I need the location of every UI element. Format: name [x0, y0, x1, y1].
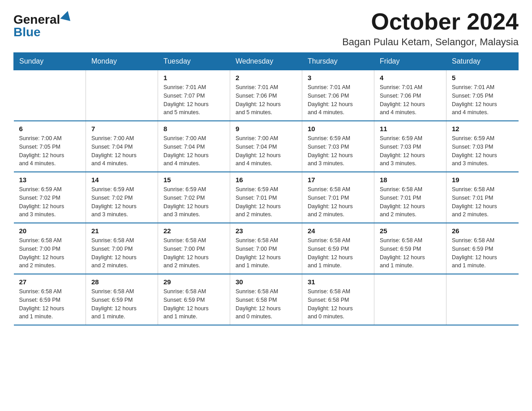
- day-number: 17: [308, 176, 369, 184]
- day-cell: 7Sunrise: 7:00 AM Sunset: 7:04 PM Daylig…: [86, 121, 158, 172]
- day-number: 4: [380, 74, 441, 81]
- week-row-5: 27Sunrise: 6:58 AM Sunset: 6:59 PM Dayli…: [14, 274, 519, 325]
- calendar-header: SundayMondayTuesdayWednesdayThursdayFrid…: [14, 53, 519, 70]
- day-number: 23: [236, 227, 296, 235]
- day-info: Sunrise: 6:59 AM Sunset: 7:02 PM Dayligh…: [19, 185, 81, 219]
- day-cell: 11Sunrise: 6:59 AM Sunset: 7:03 PM Dayli…: [374, 121, 446, 172]
- day-cell: [86, 70, 158, 121]
- day-info: Sunrise: 6:58 AM Sunset: 7:00 PM Dayligh…: [163, 236, 224, 270]
- day-cell: 9Sunrise: 7:00 AM Sunset: 7:04 PM Daylig…: [230, 121, 302, 172]
- day-cell: 17Sunrise: 6:58 AM Sunset: 7:01 PM Dayli…: [302, 172, 374, 223]
- day-info: Sunrise: 6:58 AM Sunset: 7:00 PM Dayligh…: [19, 236, 81, 270]
- logo-general-text: General: [13, 13, 60, 26]
- day-info: Sunrise: 7:00 AM Sunset: 7:04 PM Dayligh…: [163, 134, 224, 168]
- day-number: 13: [19, 176, 81, 184]
- day-cell: 6Sunrise: 7:00 AM Sunset: 7:05 PM Daylig…: [14, 121, 86, 172]
- day-cell: 18Sunrise: 6:58 AM Sunset: 7:01 PM Dayli…: [374, 172, 446, 223]
- location-title: Bagan Pulau Ketam, Selangor, Malaysia: [342, 36, 519, 48]
- day-number: 29: [163, 278, 224, 286]
- header-day-friday: Friday: [374, 53, 446, 70]
- day-cell: 28Sunrise: 6:58 AM Sunset: 6:59 PM Dayli…: [86, 274, 158, 325]
- calendar-table: SundayMondayTuesdayWednesdayThursdayFrid…: [13, 52, 519, 325]
- day-info: Sunrise: 7:01 AM Sunset: 7:05 PM Dayligh…: [452, 83, 513, 117]
- day-info: Sunrise: 7:01 AM Sunset: 7:06 PM Dayligh…: [308, 83, 369, 117]
- day-number: 20: [19, 227, 81, 235]
- day-cell: 15Sunrise: 6:59 AM Sunset: 7:02 PM Dayli…: [158, 172, 230, 223]
- day-info: Sunrise: 6:58 AM Sunset: 6:58 PM Dayligh…: [308, 287, 369, 321]
- day-cell: 5Sunrise: 7:01 AM Sunset: 7:05 PM Daylig…: [446, 70, 519, 121]
- day-number: 28: [91, 278, 152, 286]
- day-number: 7: [91, 125, 152, 133]
- logo-triangle-icon: [60, 11, 74, 25]
- day-info: Sunrise: 7:01 AM Sunset: 7:06 PM Dayligh…: [380, 83, 441, 117]
- day-info: Sunrise: 6:58 AM Sunset: 6:59 PM Dayligh…: [19, 287, 81, 321]
- day-number: 6: [19, 125, 81, 133]
- day-cell: 1Sunrise: 7:01 AM Sunset: 7:07 PM Daylig…: [158, 70, 230, 121]
- day-cell: 27Sunrise: 6:58 AM Sunset: 6:59 PM Dayli…: [14, 274, 86, 325]
- day-cell: 14Sunrise: 6:59 AM Sunset: 7:02 PM Dayli…: [86, 172, 158, 223]
- month-title: October 2024: [342, 9, 519, 34]
- day-number: 19: [452, 176, 513, 184]
- day-cell: [446, 274, 519, 325]
- week-row-3: 13Sunrise: 6:59 AM Sunset: 7:02 PM Dayli…: [14, 172, 519, 223]
- day-cell: 10Sunrise: 6:59 AM Sunset: 7:03 PM Dayli…: [302, 121, 374, 172]
- day-number: 9: [236, 125, 296, 133]
- header-day-monday: Monday: [86, 53, 158, 70]
- day-number: 16: [236, 176, 296, 184]
- day-number: 12: [452, 125, 513, 133]
- day-number: 15: [163, 176, 224, 184]
- day-cell: 3Sunrise: 7:01 AM Sunset: 7:06 PM Daylig…: [302, 70, 374, 121]
- day-cell: 13Sunrise: 6:59 AM Sunset: 7:02 PM Dayli…: [14, 172, 86, 223]
- day-info: Sunrise: 7:00 AM Sunset: 7:04 PM Dayligh…: [91, 134, 152, 168]
- day-info: Sunrise: 6:59 AM Sunset: 7:02 PM Dayligh…: [91, 185, 152, 219]
- day-number: 24: [308, 227, 369, 235]
- day-number: 30: [236, 278, 296, 286]
- day-cell: 23Sunrise: 6:58 AM Sunset: 7:00 PM Dayli…: [230, 223, 302, 274]
- day-cell: [374, 274, 446, 325]
- logo: General Blue: [13, 13, 73, 39]
- header-day-wednesday: Wednesday: [230, 53, 302, 70]
- day-cell: 25Sunrise: 6:58 AM Sunset: 6:59 PM Dayli…: [374, 223, 446, 274]
- day-number: 3: [308, 74, 369, 81]
- day-info: Sunrise: 6:58 AM Sunset: 6:59 PM Dayligh…: [452, 236, 513, 270]
- day-info: Sunrise: 6:58 AM Sunset: 6:59 PM Dayligh…: [91, 287, 152, 321]
- day-cell: 22Sunrise: 6:58 AM Sunset: 7:00 PM Dayli…: [158, 223, 230, 274]
- day-number: 8: [163, 125, 224, 133]
- day-cell: 26Sunrise: 6:58 AM Sunset: 6:59 PM Dayli…: [446, 223, 519, 274]
- day-cell: 24Sunrise: 6:58 AM Sunset: 6:59 PM Dayli…: [302, 223, 374, 274]
- header-row: SundayMondayTuesdayWednesdayThursdayFrid…: [14, 53, 519, 70]
- header-day-tuesday: Tuesday: [158, 53, 230, 70]
- week-row-1: 1Sunrise: 7:01 AM Sunset: 7:07 PM Daylig…: [14, 70, 519, 121]
- week-row-4: 20Sunrise: 6:58 AM Sunset: 7:00 PM Dayli…: [14, 223, 519, 274]
- page-header: General Blue October 2024 Bagan Pulau Ke…: [13, 9, 519, 48]
- day-number: 21: [91, 227, 152, 235]
- calendar-body: 1Sunrise: 7:01 AM Sunset: 7:07 PM Daylig…: [14, 70, 519, 325]
- day-info: Sunrise: 6:58 AM Sunset: 6:58 PM Dayligh…: [236, 287, 296, 321]
- day-info: Sunrise: 6:58 AM Sunset: 6:59 PM Dayligh…: [308, 236, 369, 270]
- day-info: Sunrise: 6:58 AM Sunset: 7:01 PM Dayligh…: [308, 185, 369, 219]
- day-info: Sunrise: 6:59 AM Sunset: 7:03 PM Dayligh…: [308, 134, 369, 168]
- day-cell: 16Sunrise: 6:59 AM Sunset: 7:01 PM Dayli…: [230, 172, 302, 223]
- day-cell: 29Sunrise: 6:58 AM Sunset: 6:59 PM Dayli…: [158, 274, 230, 325]
- day-info: Sunrise: 7:00 AM Sunset: 7:04 PM Dayligh…: [236, 134, 296, 168]
- day-number: 2: [236, 74, 296, 81]
- week-row-2: 6Sunrise: 7:00 AM Sunset: 7:05 PM Daylig…: [14, 121, 519, 172]
- day-info: Sunrise: 6:59 AM Sunset: 7:03 PM Dayligh…: [452, 134, 513, 168]
- day-info: Sunrise: 6:58 AM Sunset: 6:59 PM Dayligh…: [163, 287, 224, 321]
- day-number: 1: [163, 74, 224, 81]
- day-info: Sunrise: 6:59 AM Sunset: 7:02 PM Dayligh…: [163, 185, 224, 219]
- day-number: 25: [380, 227, 441, 235]
- day-cell: 30Sunrise: 6:58 AM Sunset: 6:58 PM Dayli…: [230, 274, 302, 325]
- day-number: 5: [452, 74, 513, 81]
- day-cell: 8Sunrise: 7:00 AM Sunset: 7:04 PM Daylig…: [158, 121, 230, 172]
- day-cell: 21Sunrise: 6:58 AM Sunset: 7:00 PM Dayli…: [86, 223, 158, 274]
- day-info: Sunrise: 6:59 AM Sunset: 7:03 PM Dayligh…: [380, 134, 441, 168]
- day-number: 27: [19, 278, 81, 286]
- day-cell: 4Sunrise: 7:01 AM Sunset: 7:06 PM Daylig…: [374, 70, 446, 121]
- day-cell: [14, 70, 86, 121]
- day-number: 14: [91, 176, 152, 184]
- day-info: Sunrise: 7:01 AM Sunset: 7:06 PM Dayligh…: [236, 83, 296, 117]
- day-number: 31: [308, 278, 369, 286]
- logo-blue-text: Blue: [13, 26, 41, 39]
- day-cell: 31Sunrise: 6:58 AM Sunset: 6:58 PM Dayli…: [302, 274, 374, 325]
